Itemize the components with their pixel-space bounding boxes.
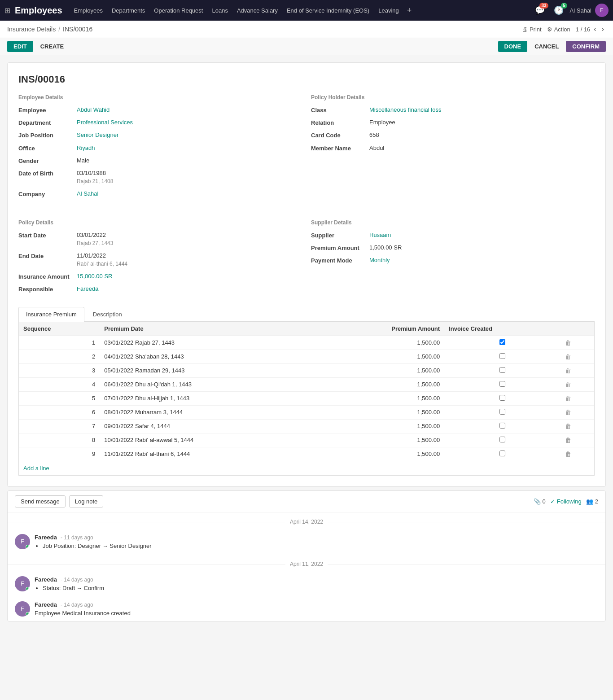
nav-eos[interactable]: End of Service Indemnity (EOS)	[283, 5, 373, 16]
job-position-value[interactable]: Senior Designer	[77, 131, 118, 139]
nav-add-icon[interactable]: +	[404, 6, 415, 15]
responsible-value[interactable]: Fareeda	[77, 285, 98, 293]
delete-row-button[interactable]: 🗑	[565, 437, 571, 444]
chat-notification-button[interactable]: 💬 33	[532, 4, 547, 16]
message-body: Fareeda - 14 days ago Status: Draft → Co…	[35, 576, 598, 592]
delete-row-button[interactable]: 🗑	[565, 451, 571, 458]
company-value[interactable]: Al Sahal	[77, 190, 98, 198]
tab-description[interactable]: Description	[85, 307, 130, 321]
print-button[interactable]: 🖨 Print	[522, 26, 542, 33]
nav-operation-request[interactable]: Operation Request	[150, 5, 206, 16]
invoice-checkbox[interactable]	[499, 367, 505, 373]
policy-details-section: Policy Details Start Date 03/01/2022 Raj…	[18, 219, 302, 298]
class-value[interactable]: Miscellaneous financial loss	[369, 106, 441, 114]
dob-label: Date of Birth	[18, 169, 77, 177]
invoice-cell[interactable]	[444, 447, 560, 461]
nav-leaving[interactable]: Leaving	[375, 5, 403, 16]
record-id: INS/00016	[18, 74, 595, 85]
invoice-cell[interactable]	[444, 363, 560, 377]
payment-mode-value[interactable]: Monthly	[369, 256, 390, 264]
department-value[interactable]: Professional Services	[77, 118, 133, 127]
action-button[interactable]: ⚙ Action	[547, 26, 570, 33]
employee-value[interactable]: Abdul Wahid	[77, 106, 109, 114]
cancel-button[interactable]: CANCEL	[531, 41, 562, 52]
invoice-cell[interactable]	[444, 391, 560, 405]
app-grid-icon[interactable]: ⊞	[4, 6, 10, 15]
attachments-info[interactable]: 📎 0	[534, 498, 546, 505]
employee-details-label: Employee Details	[18, 94, 302, 101]
payment-mode-field: Payment Mode Monthly	[311, 256, 595, 264]
done-button[interactable]: DONE	[498, 41, 528, 52]
delete-row-button[interactable]: 🗑	[565, 395, 571, 402]
premium-amount-field: Premium Amount 1,500.00 SR	[311, 244, 595, 252]
policy-holder-label: Policy Holder Details	[311, 94, 595, 101]
delete-cell[interactable]: 🗑	[560, 350, 594, 363]
invoice-cell[interactable]	[444, 377, 560, 391]
invoice-cell[interactable]	[444, 405, 560, 419]
member-name-field: Member Name Abdul	[311, 144, 595, 152]
office-value[interactable]: Riyadh	[77, 144, 95, 152]
invoice-checkbox[interactable]	[499, 423, 505, 429]
col-invoice-created: Invoice Created	[444, 322, 560, 336]
delete-row-button[interactable]: 🗑	[565, 367, 571, 374]
delete-cell[interactable]: 🗑	[560, 405, 594, 419]
invoice-checkbox[interactable]	[499, 395, 505, 401]
company-label: Company	[18, 190, 77, 197]
delete-row-button[interactable]: 🗑	[565, 353, 571, 360]
delete-cell[interactable]: 🗑	[560, 377, 594, 391]
confirm-button[interactable]: CONFIRM	[566, 41, 606, 52]
delete-cell[interactable]: 🗑	[560, 419, 594, 433]
activity-notification-button[interactable]: 🕐 5	[551, 4, 566, 16]
section-divider-1	[18, 212, 595, 212]
delete-cell[interactable]: 🗑	[560, 391, 594, 405]
breadcrumb-section[interactable]: Insurance Details	[7, 26, 56, 33]
invoice-checkbox[interactable]	[499, 409, 505, 415]
delete-row-button[interactable]: 🗑	[565, 409, 571, 416]
following-button[interactable]: ✓ Following	[550, 498, 582, 505]
print-icon: 🖨	[522, 26, 528, 33]
date-cell: 03/01/2022 Rajab 27, 1443	[100, 336, 317, 350]
user-avatar[interactable]: F	[595, 4, 609, 17]
users-button[interactable]: 👥 2	[586, 498, 598, 505]
nav-employees[interactable]: Employees	[70, 5, 106, 16]
delete-row-button[interactable]: 🗑	[565, 339, 571, 346]
send-message-button[interactable]: Send message	[15, 495, 66, 508]
invoice-cell[interactable]	[444, 350, 560, 363]
invoice-checkbox[interactable]	[499, 437, 505, 442]
delete-cell[interactable]: 🗑	[560, 433, 594, 447]
log-note-button[interactable]: Log note	[69, 495, 104, 508]
create-button[interactable]: CREATE	[37, 41, 67, 52]
invoice-checkbox[interactable]	[499, 339, 505, 345]
add-line-button[interactable]: Add a line	[19, 461, 54, 475]
pagination-prev[interactable]: ‹	[592, 24, 598, 34]
nav-loans[interactable]: Loans	[208, 5, 231, 16]
office-field: Office Riyadh	[18, 144, 302, 152]
supplier-value[interactable]: Husaam	[369, 231, 391, 239]
nav-advance-salary[interactable]: Advance Salary	[233, 5, 281, 16]
edit-button[interactable]: EDIT	[7, 41, 33, 52]
invoice-cell[interactable]	[444, 336, 560, 350]
delete-cell[interactable]: 🗑	[560, 336, 594, 350]
nav-departments[interactable]: Departments	[108, 5, 149, 16]
app-brand: Employees	[15, 5, 62, 16]
table-row: 9 11/01/2022 Rabi' al-thani 6, 1444 1,50…	[19, 447, 594, 461]
tab-insurance-premium[interactable]: Insurance Premium	[18, 307, 84, 322]
delete-cell[interactable]: 🗑	[560, 447, 594, 461]
pagination-next[interactable]: ›	[600, 24, 606, 34]
delete-cell[interactable]: 🗑	[560, 363, 594, 377]
delete-row-button[interactable]: 🗑	[565, 381, 571, 388]
change-item: Status: Draft → Confirm	[43, 585, 598, 591]
date-divider: April 14, 2022	[8, 519, 605, 525]
plain-message: Employee Medical Insurance created	[35, 610, 131, 617]
insurance-amount-value[interactable]: 15,000.00 SR	[77, 272, 113, 280]
invoice-checkbox[interactable]	[499, 381, 505, 387]
invoice-checkbox[interactable]	[499, 451, 505, 456]
invoice-checkbox[interactable]	[499, 353, 505, 359]
print-label: Print	[530, 26, 542, 33]
amount-cell: 1,500.00	[317, 350, 444, 363]
following-label: Following	[557, 498, 582, 505]
invoice-cell[interactable]	[444, 433, 560, 447]
invoice-cell[interactable]	[444, 419, 560, 433]
gender-label: Gender	[18, 157, 77, 164]
delete-row-button[interactable]: 🗑	[565, 423, 571, 430]
